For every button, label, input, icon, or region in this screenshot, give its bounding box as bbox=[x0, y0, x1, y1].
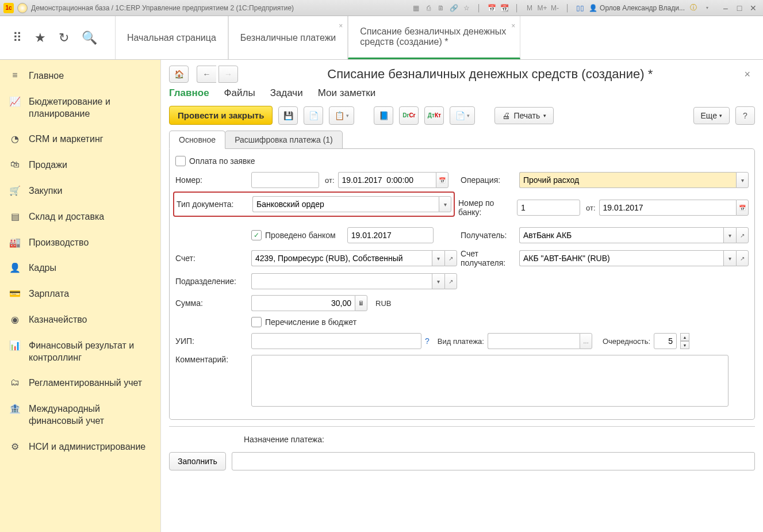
save-button[interactable]: 💾 bbox=[278, 106, 298, 125]
sidebar-item-production[interactable]: 🏭Производство bbox=[0, 230, 160, 256]
help-button[interactable]: ? bbox=[735, 106, 755, 125]
sidebar-item-intl[interactable]: 🏦Международный финансовый учет bbox=[0, 396, 160, 434]
apps-icon[interactable]: ⠿ bbox=[13, 30, 22, 45]
dropdown-icon[interactable]: ▾ bbox=[439, 196, 451, 212]
mminus-icon[interactable]: M- bbox=[550, 3, 560, 13]
section-tab-main[interactable]: Главное bbox=[169, 87, 209, 99]
extra-button[interactable]: 📄 bbox=[450, 106, 475, 125]
calc-icon[interactable]: 📅 bbox=[486, 3, 497, 13]
section-tab-tasks[interactable]: Задачи bbox=[270, 87, 303, 99]
doc-icon[interactable]: 🗎 bbox=[436, 3, 446, 13]
calculator-icon[interactable]: 🖩 bbox=[355, 295, 367, 311]
calendar-icon[interactable]: 📆 bbox=[499, 3, 509, 13]
sidebar-item-purchases[interactable]: 🛒Закупки bbox=[0, 178, 160, 204]
division-input[interactable] bbox=[251, 273, 432, 289]
star-icon[interactable]: ☆ bbox=[461, 3, 471, 13]
favorites-icon[interactable]: ★ bbox=[34, 30, 46, 45]
date-input[interactable] bbox=[338, 172, 436, 188]
sidebar-item-main[interactable]: ≡Главное bbox=[0, 63, 160, 89]
sidebar-item-warehouse[interactable]: ▤Склад и доставка bbox=[0, 204, 160, 230]
sidebar-item-finresult[interactable]: 📊Финансовый результат и контроллинг bbox=[0, 333, 160, 371]
tab-payments[interactable]: Безналичные платежи × bbox=[228, 16, 348, 59]
forward-button[interactable]: → bbox=[218, 66, 238, 83]
sidebar-item-salary[interactable]: 💳Зарплата bbox=[0, 281, 160, 307]
section-tab-files[interactable]: Файлы bbox=[224, 87, 255, 99]
calendar-icon[interactable]: 📅 bbox=[436, 172, 448, 188]
dtkt-button[interactable]: ДтКт bbox=[424, 106, 444, 125]
pay-kind-input[interactable] bbox=[488, 333, 580, 349]
toolbox-icon[interactable]: ▦ bbox=[411, 3, 421, 13]
info-dd-icon[interactable]: ▾ bbox=[702, 3, 712, 13]
sidebar-item-hr[interactable]: 👤Кадры bbox=[0, 255, 160, 281]
dropdown-icon[interactable]: ▾ bbox=[432, 273, 444, 289]
post-close-button[interactable]: Провести и закрыть bbox=[169, 106, 273, 125]
sidebar-item-regulated[interactable]: 🗂Регламентированный учет bbox=[0, 370, 160, 396]
print-icon[interactable]: ⎙ bbox=[423, 3, 434, 13]
recipient-account-input[interactable] bbox=[519, 250, 723, 266]
search-icon[interactable]: 🔍 bbox=[82, 30, 97, 45]
mplus-icon[interactable]: M+ bbox=[537, 3, 547, 13]
purpose-input[interactable] bbox=[232, 452, 755, 470]
select-icon[interactable]: … bbox=[580, 333, 592, 349]
operation-input[interactable] bbox=[519, 172, 736, 188]
sum-input[interactable] bbox=[251, 295, 355, 311]
to-budget-checkbox[interactable] bbox=[251, 317, 262, 327]
tab-start-page[interactable]: Начальная страница bbox=[115, 16, 228, 59]
help-icon[interactable]: ? bbox=[425, 336, 430, 346]
pay-by-request-checkbox[interactable] bbox=[175, 156, 186, 166]
report-button[interactable]: 📘 bbox=[374, 106, 393, 125]
post-button[interactable]: 📄 bbox=[304, 106, 323, 125]
print-button[interactable]: 🖨 Печать ▾ bbox=[494, 107, 554, 124]
sidebar-item-crm[interactable]: ◔CRM и маркетинг bbox=[0, 127, 160, 152]
sidebar-item-admin[interactable]: ⚙НСИ и администрирование bbox=[0, 434, 160, 460]
number-input[interactable] bbox=[251, 172, 319, 188]
content-tab-details[interactable]: Расшифровка платежа (1) bbox=[225, 131, 343, 149]
tab-writeoff[interactable]: Списание безналичных денежных средств (с… bbox=[348, 16, 520, 59]
open-icon[interactable]: ↗ bbox=[736, 227, 749, 243]
spinner-up-icon[interactable]: ▲ bbox=[680, 333, 689, 341]
maximize-button[interactable]: □ bbox=[733, 3, 746, 13]
bank-processed-date-input[interactable] bbox=[347, 227, 434, 243]
history-icon[interactable]: ↻ bbox=[59, 30, 69, 45]
base-button[interactable]: 📋 bbox=[329, 106, 354, 125]
link-icon[interactable]: 🔗 bbox=[448, 3, 459, 13]
dropdown-icon[interactable]: ▾ bbox=[723, 250, 736, 266]
info-icon[interactable]: ⓘ bbox=[688, 3, 699, 13]
back-button[interactable]: ← bbox=[197, 66, 216, 83]
user-indicator[interactable]: 👤 Орлов Александр Влади... bbox=[589, 4, 685, 12]
minimize-button[interactable]: – bbox=[719, 3, 732, 13]
tab-close-icon[interactable]: × bbox=[511, 22, 515, 30]
drcr-button[interactable]: DrCr bbox=[399, 106, 419, 125]
doctype-input[interactable] bbox=[252, 196, 439, 212]
bank-date-input[interactable] bbox=[599, 200, 736, 216]
section-tab-notes[interactable]: Мои заметки bbox=[318, 87, 376, 99]
sidebar-item-budgeting[interactable]: 📈Бюджетирование и планирование bbox=[0, 89, 160, 127]
recipient-input[interactable] bbox=[519, 227, 723, 243]
open-icon[interactable]: ↗ bbox=[736, 250, 749, 266]
account-input[interactable] bbox=[251, 250, 432, 266]
panels-icon[interactable]: ▯▯ bbox=[575, 3, 585, 13]
close-button[interactable]: ✕ bbox=[747, 3, 760, 13]
dropdown-icon[interactable]: ▾ bbox=[736, 172, 749, 188]
home-button[interactable]: 🏠 bbox=[169, 66, 189, 83]
more-button[interactable]: Еще ▾ bbox=[693, 107, 730, 124]
sidebar-item-treasury[interactable]: ◉Казначейство bbox=[0, 307, 160, 333]
page-close-button[interactable]: × bbox=[739, 66, 755, 83]
priority-input[interactable] bbox=[654, 333, 677, 349]
dropdown-icon[interactable]: ▾ bbox=[432, 250, 444, 266]
m-icon[interactable]: M bbox=[524, 3, 535, 13]
comment-textarea[interactable] bbox=[251, 355, 729, 407]
uip-input[interactable] bbox=[251, 333, 421, 349]
bank-number-input[interactable] bbox=[517, 200, 580, 216]
spinner-down-icon[interactable]: ▼ bbox=[680, 341, 689, 349]
fill-button[interactable]: Заполнить bbox=[169, 452, 226, 470]
open-icon[interactable]: ↗ bbox=[444, 250, 457, 266]
open-icon[interactable]: ↗ bbox=[444, 273, 457, 289]
dropdown-icon[interactable]: ▾ bbox=[723, 227, 736, 243]
content-tab-main[interactable]: Основное bbox=[169, 131, 225, 149]
sidebar-item-sales[interactable]: 🛍Продажи bbox=[0, 152, 160, 178]
calendar-icon[interactable]: 📅 bbox=[736, 200, 749, 216]
app-menu-button[interactable] bbox=[17, 3, 28, 13]
bank-processed-checkbox[interactable]: ✓ bbox=[251, 230, 262, 240]
tab-close-icon[interactable]: × bbox=[339, 22, 343, 30]
